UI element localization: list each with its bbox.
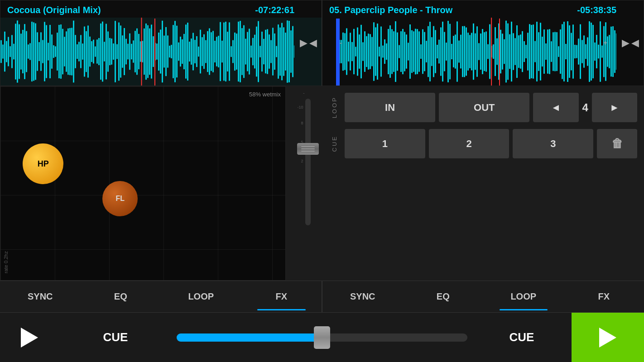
tab-left-loop[interactable]: LOOP: [161, 281, 241, 312]
loop-prev-btn[interactable]: ◄: [533, 93, 578, 122]
tabs-section: SYNC EQ LOOP FX SYNC EQ LOOP FX: [0, 281, 644, 312]
deck-right-time: -05:38:35: [577, 5, 616, 15]
tab-left-eq[interactable]: EQ: [81, 281, 161, 312]
deck-left-time: -07:22:61: [255, 5, 294, 15]
crossfader-track[interactable]: [177, 333, 467, 342]
waveform-left-forward[interactable]: ▶: [300, 37, 308, 49]
fader-line-2: [301, 148, 315, 149]
cue-label: CUE: [329, 133, 340, 154]
waveform-deck-left: Cocoua (Original Mix) -07:22:61 // gener…: [0, 0, 322, 86]
loop-plus: +: [603, 39, 607, 47]
play-triangle-right: [599, 328, 616, 348]
waveform-right-canvas: [339, 18, 616, 86]
waveform-section: Cocoua (Original Mix) -07:22:61 // gener…: [0, 0, 644, 86]
transport-play-right[interactable]: [572, 313, 644, 362]
playhead-right: [499, 19, 500, 86]
fx-wetmix-label: 58% wetmix: [249, 91, 281, 98]
transport-section: CUE CUE: [0, 312, 644, 362]
transport-play-left[interactable]: [0, 313, 59, 362]
tab-left-sync[interactable]: SYNC: [0, 281, 81, 312]
transport-cue-right[interactable]: CUE: [472, 313, 572, 362]
loop-buttons: IN OUT ◄ 4 ►: [345, 93, 637, 122]
tab-right-sync[interactable]: SYNC: [322, 281, 403, 312]
tab-right-fx[interactable]: FX: [564, 281, 644, 312]
fader-scale-8: 8: [301, 114, 303, 133]
left-deck-controls: 58% wetmix HP FL rate 0.2hz - -10 8 5 2: [0, 86, 322, 281]
fader-handle[interactable]: [297, 143, 319, 155]
deck-right-title: 05. Paperclip People - Throw: [329, 5, 452, 15]
cue-btn-3[interactable]: 3: [513, 129, 593, 158]
fx-ball-fl[interactable]: FL: [102, 181, 138, 216]
loop-marker-right: [336, 19, 340, 86]
cue-point-section: CUE 1 2 3 🗑: [329, 129, 637, 158]
fader-handle-lines: [301, 146, 315, 152]
waveform-right-forward[interactable]: ▶: [622, 37, 630, 49]
waveform-right-nav: ▶ ◀: [622, 37, 639, 49]
playhead-left: [154, 19, 155, 86]
loop-out-btn[interactable]: OUT: [439, 93, 529, 122]
loop-minus: -: [340, 39, 342, 47]
waveform-left-canvas: [0, 18, 294, 86]
transport-left: CUE: [0, 313, 172, 362]
transport-right: CUE: [472, 313, 644, 362]
transport-cue-left[interactable]: CUE: [59, 313, 172, 362]
fader-top-label: -: [303, 90, 304, 95]
tab-right-eq[interactable]: EQ: [403, 281, 484, 312]
loop-in-btn[interactable]: IN: [345, 93, 435, 122]
fader-track[interactable]: [305, 99, 311, 225]
fader-line-3: [301, 151, 315, 152]
crossfader-handle[interactable]: [314, 326, 330, 349]
fader-scale-minus10: -10: [297, 101, 303, 114]
tab-right-loop[interactable]: LOOP: [483, 281, 564, 312]
waveform-left-back[interactable]: ◀: [309, 37, 317, 49]
tabs-right: SYNC EQ LOOP FX: [322, 281, 644, 312]
deck-left-title: Cocoua (Original Mix): [7, 5, 101, 15]
fader-line-1: [301, 146, 315, 147]
fx-rate-label: rate 0.2hz: [3, 251, 9, 273]
cue-delete-btn[interactable]: 🗑: [597, 129, 637, 158]
loop-label: LOOP: [329, 94, 340, 120]
crossfader-section: [172, 333, 472, 342]
loop-value: 4: [582, 101, 588, 114]
right-deck-controls: LOOP IN OUT ◄ 4 ► CUE 1 2 3 🗑: [322, 86, 644, 281]
crossfader-fill: [177, 333, 328, 342]
cue-btn-1[interactable]: 1: [345, 129, 425, 158]
waveform-right-back[interactable]: ◀: [631, 37, 639, 49]
waveform-left-nav: ▶ ◀: [300, 37, 317, 49]
waveform-deck-right: 05. Paperclip People - Throw -05:38:35 ▶…: [322, 0, 644, 86]
loop-section: LOOP IN OUT ◄ 4 ►: [329, 93, 637, 122]
cue-buttons: 1 2 3 🗑: [345, 129, 637, 158]
middle-section: 58% wetmix HP FL rate 0.2hz - -10 8 5 2: [0, 86, 644, 281]
tab-left-fx[interactable]: FX: [241, 281, 322, 312]
play-triangle-left: [21, 328, 38, 348]
tabs-left: SYNC EQ LOOP FX: [0, 281, 322, 312]
loop-next-btn[interactable]: ►: [592, 93, 637, 122]
fx-ball-hp[interactable]: HP: [23, 143, 63, 184]
fx-panel: 58% wetmix HP FL rate 0.2hz: [0, 86, 286, 281]
cue-btn-2[interactable]: 2: [429, 129, 509, 158]
fader-strip: - -10 8 5 2: [286, 86, 322, 281]
